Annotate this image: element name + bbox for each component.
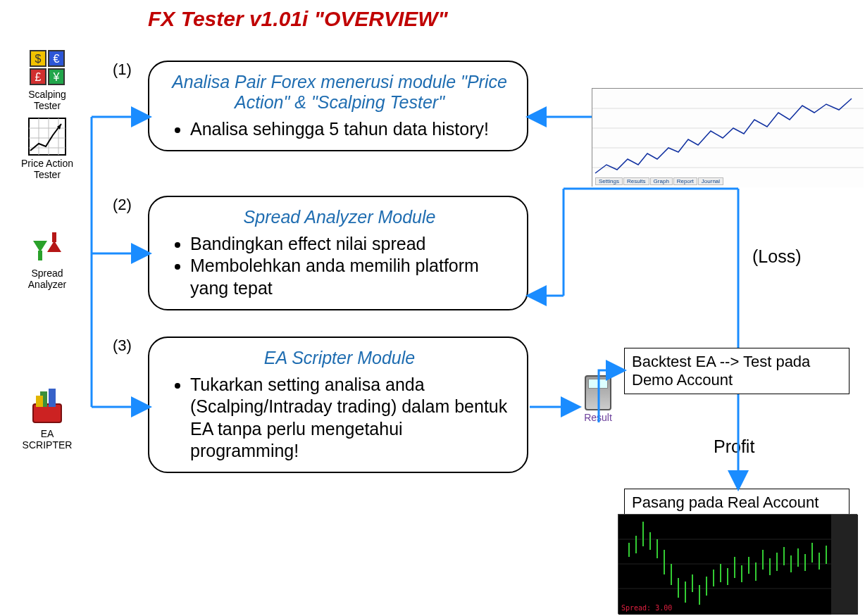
svg-marker-18 [47, 241, 61, 252]
equity-chart-icon: SettingsResultsGraphReportJournal [592, 88, 863, 187]
profit-label: Profit [714, 436, 754, 457]
svg-text:£: £ [35, 71, 42, 83]
svg-rect-29 [618, 515, 858, 615]
module-box-3: EA Scripter Module Tukarkan setting anal… [148, 337, 528, 473]
svg-marker-16 [33, 241, 47, 252]
step-1-number: (1) [113, 61, 132, 79]
price-action-tester-icon: Price Action Tester [15, 115, 79, 180]
result-label: Result [579, 412, 617, 423]
chart-tab-row: SettingsResultsGraphReportJournal [595, 178, 724, 184]
step-3-number: (3) [113, 337, 132, 355]
svg-text:$: $ [35, 53, 42, 65]
svg-rect-17 [38, 251, 42, 260]
price-action-tester-label: Price Action Tester [15, 158, 79, 180]
module-2-bullet-2: Membolehkan anda memilih platform yang t… [190, 255, 510, 299]
ea-scripter-label: EA SCRIPTER [15, 428, 79, 451]
spread-analyzer-icon: Spread Analyzer [15, 225, 79, 290]
module-2-bullet-1: Bandingkan effect nilai spread [190, 233, 510, 255]
step-2-number: (2) [113, 196, 132, 214]
module-box-2: Spread Analyzer Module Bandingkan effect… [148, 196, 528, 310]
svg-rect-23 [36, 396, 43, 407]
scalping-tester-label: Scalping Tester [15, 89, 79, 111]
ea-scripter-icon: EA SCRIPTER [15, 386, 79, 451]
module-3-bullet-1: Tukarkan setting analisa anda (Scalping/… [190, 374, 510, 462]
module-2-title: Spread Analyzer Module [169, 207, 510, 227]
svg-rect-62 [831, 515, 858, 615]
loss-label: (Loss) [752, 246, 801, 267]
live-chart-icon: Spread: 3.00 [618, 514, 857, 614]
chart-tab: Report [673, 177, 697, 185]
chart-tab: Settings [595, 177, 623, 185]
svg-rect-8 [29, 118, 66, 155]
result-icon: Result [579, 375, 617, 423]
svg-rect-22 [49, 389, 56, 407]
module-box-1: Analisa Pair Forex menerusi module "Pric… [148, 61, 528, 151]
spread-analyzer-label: Spread Analyzer [15, 268, 79, 290]
svg-text:¥: ¥ [53, 71, 60, 83]
scalping-tester-icon: $ € £ ¥ Scalping Tester [15, 46, 79, 111]
chart-tab: Results [623, 177, 649, 185]
module-3-title: EA Scripter Module [169, 348, 510, 368]
spread-readout: Spread: 3.00 [621, 604, 672, 612]
svg-rect-19 [52, 232, 56, 242]
svg-text:€: € [54, 53, 60, 65]
svg-rect-24 [592, 89, 864, 187]
real-account-box: Pasang pada Real Account [624, 489, 850, 517]
chart-tab: Graph [650, 177, 673, 185]
module-1-bullet-1: Analisa sehingga 5 tahun data history! [190, 118, 510, 140]
diagram-title: FX Tester v1.01i "OVERVIEW" [148, 7, 448, 31]
chart-tab: Journal [698, 177, 723, 185]
calculator-icon [585, 375, 611, 410]
module-1-title: Analisa Pair Forex menerusi module "Pric… [169, 72, 510, 113]
backtest-box: Backtest EA --> Test pada Demo Account [624, 348, 850, 394]
